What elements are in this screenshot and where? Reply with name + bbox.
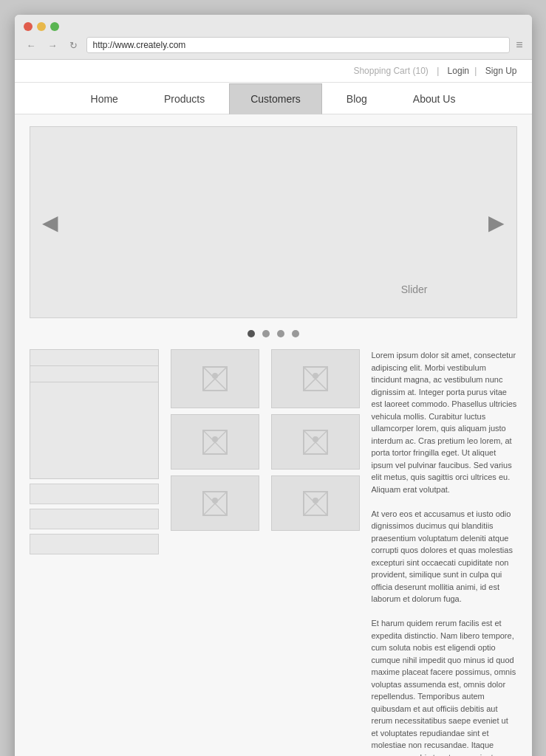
menu-icon[interactable]: ≡ — [516, 38, 522, 52]
nav-item-customers[interactable]: Customers — [229, 83, 322, 114]
left-small-box-2 — [30, 509, 159, 529]
body-text: Lorem ipsum dolor sit amet, consectetur … — [372, 349, 517, 756]
separator2: | — [474, 66, 477, 76]
left-column — [30, 349, 159, 756]
middle-column — [171, 349, 259, 756]
svg-point-11 — [212, 498, 218, 504]
slider-next-button[interactable]: ▶ — [477, 196, 516, 250]
main-content: Lorem ipsum dolor sit amet, consectetur … — [15, 349, 532, 756]
page-content: Shopping Cart (10) | Login | Sign Up Hom… — [15, 60, 532, 756]
left-small-box-1 — [30, 484, 159, 504]
separator1: | — [437, 66, 439, 76]
left-row-1 — [30, 350, 158, 366]
slider-label: Slider — [401, 284, 428, 295]
nav-item-products[interactable]: Products — [143, 83, 226, 114]
svg-point-7 — [212, 436, 218, 442]
slider-section: ◀ Slider ▶ — [30, 126, 517, 318]
svg-point-15 — [313, 373, 318, 379]
top-bar: Shopping Cart (10) | Login | Sign Up — [15, 60, 532, 83]
dot-red[interactable] — [24, 22, 33, 31]
browser-dots — [24, 22, 523, 31]
cart-link[interactable]: Shopping Cart (10) — [353, 66, 428, 76]
nav-bar: Home Products Customers Blog About Us — [15, 83, 532, 114]
nav-item-about[interactable]: About Us — [392, 83, 477, 114]
nav-item-home[interactable]: Home — [69, 83, 140, 114]
browser-toolbar: ← → ↻ http://www.creately.com ≡ — [24, 37, 523, 53]
svg-point-3 — [212, 373, 218, 379]
browser-titlebar: ← → ↻ http://www.creately.com ≡ — [15, 15, 532, 60]
slider-dot-2[interactable] — [262, 330, 270, 337]
slider-dot-1[interactable] — [248, 330, 255, 337]
dot-yellow[interactable] — [37, 22, 46, 31]
image-placeholder-4 — [271, 349, 360, 408]
image-placeholder-6 — [271, 475, 360, 531]
slider-dot-4[interactable] — [292, 330, 299, 337]
left-top-box — [30, 349, 159, 479]
browser-window: ← → ↻ http://www.creately.com ≡ Shopping… — [15, 15, 532, 756]
left-row-2 — [30, 366, 158, 382]
login-link[interactable]: Login — [448, 66, 469, 76]
left-small-boxes — [30, 484, 159, 554]
right-image-column — [271, 349, 360, 756]
image-placeholder-1 — [171, 349, 259, 408]
back-button[interactable]: ← — [24, 38, 39, 52]
svg-point-19 — [313, 436, 318, 442]
image-placeholder-3 — [171, 475, 259, 531]
address-bar[interactable]: http://www.creately.com — [86, 37, 511, 53]
svg-point-23 — [313, 498, 318, 504]
signup-link[interactable]: Sign Up — [485, 66, 517, 76]
dot-green[interactable] — [50, 22, 59, 31]
left-main-block — [30, 382, 158, 478]
slider-dot-3[interactable] — [277, 330, 284, 337]
image-placeholder-5 — [271, 414, 360, 470]
text-column: Lorem ipsum dolor sit amet, consectetur … — [372, 349, 517, 756]
slider-prev-button[interactable]: ◀ — [30, 196, 70, 250]
left-small-box-3 — [30, 534, 159, 554]
image-placeholder-2 — [171, 414, 259, 470]
nav-item-blog[interactable]: Blog — [325, 83, 389, 114]
reload-button[interactable]: ↻ — [66, 38, 81, 52]
forward-button[interactable]: → — [45, 38, 61, 52]
slider-dots — [15, 330, 532, 337]
